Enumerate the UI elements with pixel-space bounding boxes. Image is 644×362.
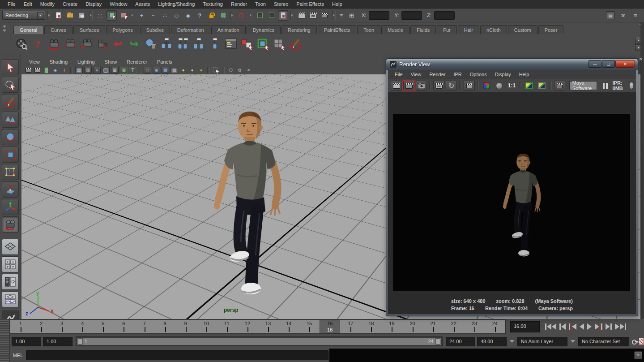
menubar-item[interactable]: Edit (20, 0, 36, 8)
character-set-dropdown-icon[interactable] (571, 340, 575, 343)
close-button[interactable]: ✕ (615, 60, 635, 68)
script-editor-button[interactable]: ≡ (634, 351, 642, 359)
persp-graph-layout-button[interactable] (2, 291, 19, 307)
timeline-frame-cell[interactable]: 12 (237, 320, 258, 333)
maximize-button[interactable]: ▢ (602, 60, 615, 68)
snap-view-plane-button[interactable]: ◇ (171, 10, 182, 21)
camera-bookmarks-button[interactable] (34, 67, 41, 74)
set-key-icon[interactable] (632, 338, 636, 345)
soft-modification-button[interactable] (2, 181, 19, 198)
panel-menu-item[interactable]: Show (100, 58, 122, 65)
snapshot-button[interactable] (416, 81, 427, 90)
anim-layer-field[interactable]: No Anim Layer (517, 337, 567, 346)
statusline-divider[interactable] (332, 11, 336, 20)
default-light-button[interactable]: ● (179, 67, 187, 74)
render-frame-button[interactable] (391, 81, 402, 90)
all-lights-button[interactable]: ● (188, 67, 196, 74)
menubar-item[interactable]: Create (59, 0, 81, 8)
shelf-tab[interactable]: Curves (44, 25, 73, 34)
timeline-frame-cell[interactable]: 20 (402, 320, 422, 333)
share-view-button[interactable]: ⋖ (245, 67, 252, 74)
range-end-handle[interactable] (435, 338, 440, 345)
parent-shelf-button[interactable] (175, 37, 189, 51)
shelf-tab[interactable]: Fur (437, 25, 457, 34)
wireframe-mode-button[interactable]: ◻ (144, 67, 151, 74)
render-view-menu-item[interactable]: Display (491, 71, 515, 78)
zoom-select-button[interactable]: ✛ (60, 67, 68, 74)
shelf-tab[interactable]: Deformation (171, 25, 210, 34)
paint-scripts-shelf-button[interactable] (288, 37, 302, 51)
safe-title-button[interactable]: T (129, 67, 136, 74)
image-plane-button[interactable]: ▐▌ (43, 67, 50, 74)
channel-box-toggle[interactable]: ≣ (631, 11, 640, 19)
go-to-end-button[interactable] (615, 321, 626, 332)
render-view-menu-item[interactable]: View (407, 71, 426, 78)
shaded-mode-button[interactable]: ■ (153, 67, 160, 74)
highlight-selection-button[interactable] (218, 10, 228, 21)
statusline-divider[interactable] (290, 11, 294, 20)
menubar-item[interactable]: Paint Effects (292, 0, 328, 8)
render-view-titlebar[interactable]: Render View — ▢ ✕ (386, 58, 638, 70)
shelf-tab[interactable]: Animation (211, 25, 246, 34)
shelf-tab[interactable]: Polygons (106, 25, 139, 34)
statusline-divider[interactable] (131, 11, 134, 20)
range-start-handle[interactable] (78, 338, 83, 345)
new-scene-button[interactable] (53, 10, 64, 21)
delete-unused-shelf-button[interactable] (143, 37, 157, 51)
timeline-frame-cell[interactable]: 24 (485, 320, 505, 333)
field-chart-button[interactable]: ⊠ (111, 67, 119, 74)
step-forward-key-button[interactable] (595, 321, 602, 332)
keep-image-button[interactable] (524, 81, 535, 90)
rangebar-drag-handle[interactable] (0, 334, 10, 349)
render-view-menu-item[interactable]: Options (466, 71, 491, 78)
unparent-shelf-button[interactable] (208, 37, 222, 51)
render-view-menu-item[interactable]: File (391, 71, 407, 78)
shelf-tab[interactable]: PaintEffects (318, 25, 357, 34)
menubar-item[interactable]: Assets (131, 0, 154, 8)
two-d-pan-zoom-button[interactable]: ◈ (51, 67, 59, 74)
grid-toggle-button[interactable]: ▦ (75, 67, 83, 74)
menubar-item[interactable]: Help (328, 0, 346, 8)
shelf-tab[interactable]: Muscle (381, 25, 409, 34)
character-set-field[interactable]: No Character Set (578, 337, 629, 346)
timeline-frame-cell[interactable]: 18 (361, 320, 381, 333)
redo-shelf-button[interactable]: ↪ (127, 37, 141, 51)
last-tool-button[interactable] (2, 216, 19, 233)
render-view-menu-item[interactable]: Help (515, 71, 533, 78)
timeline-frame-cell[interactable]: 11 (217, 320, 237, 333)
select-tool-button[interactable] (2, 59, 19, 75)
shelf-tab[interactable]: Fluids (410, 25, 436, 34)
statusline-divider[interactable] (47, 11, 51, 20)
safe-action-button[interactable]: ▣ (120, 67, 128, 74)
make-live-button[interactable]: ◈ (183, 10, 193, 21)
timeline-frame-cell[interactable]: 8 (155, 320, 175, 333)
z-input-field[interactable] (434, 11, 455, 20)
duplicate-special-shelf-button[interactable] (256, 37, 270, 51)
anim-layer-dropdown-icon[interactable] (510, 340, 514, 343)
shelf-tab[interactable]: Rendering (281, 25, 317, 34)
timeline-frame-cell[interactable]: 22 (444, 320, 464, 333)
snap-point-button[interactable]: ∴ (160, 10, 170, 21)
range-slider-track[interactable]: 1 24 (76, 336, 443, 346)
timeline-track[interactable]: 1 2 3 4 5 6 7 8 (10, 319, 506, 334)
camera-zoom-shelf-button[interactable] (95, 37, 109, 51)
render-view-menu-item[interactable]: Render (425, 71, 449, 78)
cmdline-drag-handle[interactable] (0, 349, 10, 362)
save-scene-button[interactable] (77, 10, 87, 21)
attribute-editor-toggle[interactable]: ▤ (606, 11, 615, 19)
one-to-one-button[interactable]: 1:1 (506, 82, 517, 89)
snap-magnet-button[interactable]: U (236, 10, 247, 21)
refresh-ipr-button[interactable]: ↻ (446, 81, 457, 90)
step-forward-frame-button[interactable] (606, 321, 612, 332)
render-globals-shelf-button[interactable] (14, 37, 28, 51)
play-forwards-button[interactable] (587, 321, 592, 332)
lock-selection-button[interactable] (206, 10, 217, 21)
timeline-frame-cell[interactable]: 17 (340, 320, 361, 333)
timeline-frame-cell[interactable]: 21 (423, 320, 444, 333)
select-hierarchy-button[interactable]: ⸬ (95, 10, 105, 21)
camera-track-shelf-button[interactable] (63, 37, 77, 51)
x-input-field[interactable] (369, 11, 389, 20)
open-scene-button[interactable] (65, 10, 75, 21)
shelf-tab[interactable]: General (13, 25, 43, 34)
render-current-frame-button[interactable] (296, 10, 307, 21)
